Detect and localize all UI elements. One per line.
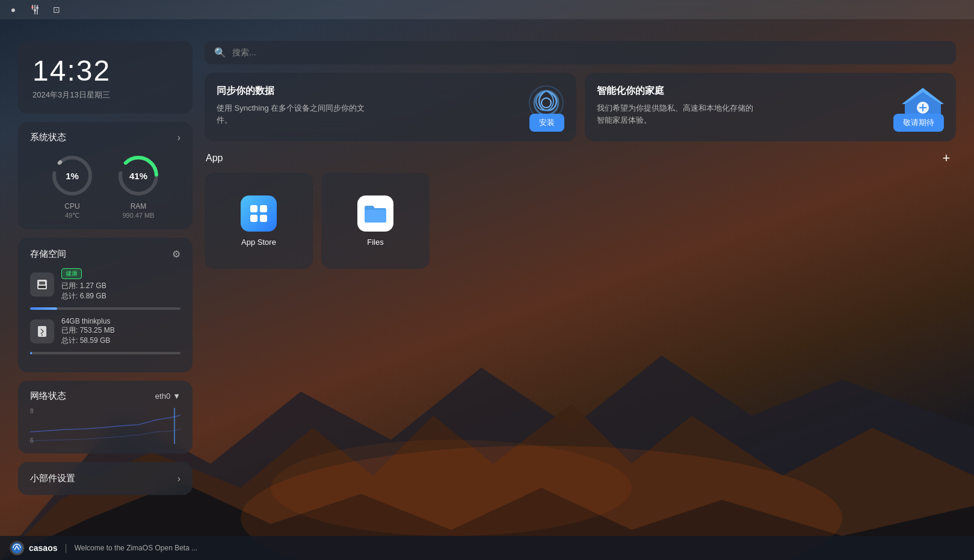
cpu-gauge: 1% CPU 49℃ bbox=[48, 152, 96, 220]
chart-labels: 8 6 bbox=[30, 408, 34, 444]
bottombar-separator: | bbox=[64, 543, 67, 553]
svg-rect-27 bbox=[250, 205, 257, 212]
cpu-temp: 49℃ bbox=[65, 212, 79, 220]
drive-2-info: 64GB thinkplus 已用: 753.25 MB 总计: 58.59 G… bbox=[61, 317, 180, 346]
widget-settings-card[interactable]: 小部件设置 › bbox=[18, 462, 193, 495]
gauges: 1% CPU 49℃ 41% RAM bbox=[30, 152, 180, 220]
ram-circle: 41% bbox=[114, 152, 162, 200]
search-placeholder[interactable]: 搜索... bbox=[232, 48, 256, 58]
smart-desc: 我们希望为你提供隐私、高速和本地化存储的智能家居体验。 bbox=[597, 102, 753, 126]
system-status-card: 系统状态 › 1% CPU 49℃ bbox=[18, 122, 193, 229]
drive-2-total: 总计: 58.59 GB bbox=[61, 336, 180, 346]
logo-text: casaos bbox=[29, 543, 57, 553]
svg-rect-16 bbox=[39, 286, 46, 288]
system-header: 系统状态 › bbox=[30, 132, 180, 143]
drive-1-fill bbox=[30, 307, 57, 310]
cpu-percent: 1% bbox=[66, 171, 79, 181]
drive-1-progress bbox=[30, 307, 180, 310]
drive-2-progress bbox=[30, 352, 180, 354]
drive-1-info: 健康 已用: 1.27 GB 总计: 6.89 GB bbox=[61, 267, 180, 301]
smart-coming-soon-btn[interactable]: 敬请期待 bbox=[893, 114, 944, 132]
svg-rect-30 bbox=[260, 215, 267, 222]
search-bar[interactable]: 🔍 搜索... bbox=[205, 41, 956, 64]
search-icon: 🔍 bbox=[214, 47, 226, 58]
drive-1: 健康 已用: 1.27 GB 总计: 6.89 GB bbox=[30, 267, 180, 301]
system-chevron-icon[interactable]: › bbox=[177, 132, 180, 143]
circle-icon[interactable]: ● bbox=[7, 4, 19, 16]
svg-rect-17 bbox=[39, 282, 45, 285]
logo-circle bbox=[10, 541, 24, 555]
drive-1-total: 总计: 6.89 GB bbox=[61, 291, 180, 301]
add-app-button[interactable]: + bbox=[938, 150, 955, 167]
app-section: App + App Store bbox=[205, 150, 956, 269]
drive-2-fill bbox=[30, 352, 32, 354]
clock-date: 2024年3月13日星期三 bbox=[32, 90, 178, 100]
files-icon bbox=[357, 195, 393, 232]
smart-title: 智能化你的家庭 bbox=[597, 85, 893, 97]
app-section-header: App + bbox=[205, 150, 956, 167]
network-chevron-down-icon: ▼ bbox=[173, 392, 180, 401]
chart-label-6: 6 bbox=[30, 437, 34, 444]
bottombar-message: Welcome to the ZimaOS Open Beta ... bbox=[75, 544, 198, 552]
drive-2-used: 已用: 753.25 MB bbox=[61, 325, 180, 336]
sync-title: 同步你的数据 bbox=[217, 85, 519, 97]
chart-label-8: 8 bbox=[30, 408, 34, 414]
svg-rect-29 bbox=[250, 215, 257, 222]
ram-gauge: 41% RAM 990.47 MB bbox=[114, 152, 162, 220]
drive-icon-2 bbox=[30, 319, 54, 343]
casaos-logo: casaos bbox=[10, 541, 57, 555]
app-section-title: App bbox=[206, 153, 223, 164]
svg-point-19 bbox=[42, 334, 43, 336]
sliders-icon[interactable] bbox=[29, 4, 41, 16]
smart-content: 智能化你的家庭 我们希望为你提供隐私、高速和本地化存储的智能家居体验。 bbox=[597, 85, 893, 126]
drive-2: 64GB thinkplus 已用: 753.25 MB 总计: 58.59 G… bbox=[30, 317, 180, 346]
smart-promo-card: 智能化你的家庭 我们希望为你提供隐私、高速和本地化存储的智能家居体验。 敬请期待 bbox=[585, 73, 957, 141]
sync-desc: 使用 Syncthing 在多个设备之间同步你的文件。 bbox=[217, 102, 373, 126]
gear-icon[interactable]: ⚙ bbox=[172, 248, 180, 260]
app-store-item[interactable]: App Store bbox=[205, 173, 313, 269]
ram-used: 990.47 MB bbox=[122, 212, 154, 219]
drive-2-name: 64GB thinkplus bbox=[61, 317, 180, 325]
ram-percent: 41% bbox=[129, 171, 147, 181]
storage-title: 存储空间 bbox=[30, 248, 66, 260]
left-column: 14:32 2024年3月13日星期三 系统状态 › bbox=[18, 41, 193, 560]
widget-header: 小部件设置 › bbox=[30, 473, 180, 484]
widget-title: 小部件设置 bbox=[30, 473, 75, 484]
svg-point-23 bbox=[541, 98, 551, 108]
network-iface-label: eth0 bbox=[155, 392, 170, 401]
clock-time: 14:32 bbox=[32, 54, 178, 87]
svg-rect-28 bbox=[260, 205, 267, 212]
cpu-circle: 1% bbox=[48, 152, 96, 200]
sync-promo-card: 同步你的数据 使用 Syncthing 在多个设备之间同步你的文件。 安装 bbox=[205, 73, 576, 141]
network-card: 网络状态 eth0 ▼ 8 6 bbox=[18, 381, 193, 454]
clock-card: 14:32 2024年3月13日星期三 bbox=[18, 41, 193, 114]
files-label: Files bbox=[367, 238, 383, 247]
system-title: 系统状态 bbox=[30, 132, 66, 143]
topbar: ● ⊡ bbox=[0, 0, 974, 19]
widget-chevron-icon: › bbox=[177, 473, 180, 484]
app-store-icon bbox=[241, 195, 277, 232]
main-content: 14:32 2024年3月13日星期三 系统状态 › bbox=[0, 19, 974, 560]
drive-1-badge: 健康 bbox=[61, 268, 82, 279]
bottombar: casaos | Welcome to the ZimaOS Open Beta… bbox=[0, 536, 974, 560]
drive-1-used: 已用: 1.27 GB bbox=[61, 281, 180, 291]
sync-content: 同步你的数据 使用 Syncthing 在多个设备之间同步你的文件。 bbox=[217, 85, 519, 126]
network-chart: 8 6 bbox=[30, 408, 180, 444]
drive-icon-1 bbox=[30, 272, 54, 297]
app-grid: App Store Files bbox=[205, 173, 956, 269]
right-column: 🔍 搜索... 同步你的数据 使用 Syncthing 在多个设备之间同步你的文… bbox=[205, 41, 956, 560]
app-store-label: App Store bbox=[241, 238, 276, 247]
network-title: 网络状态 bbox=[30, 390, 66, 402]
storage-header: 存储空间 ⚙ bbox=[30, 248, 180, 260]
sync-install-btn[interactable]: 安装 bbox=[529, 114, 564, 132]
promo-row: 同步你的数据 使用 Syncthing 在多个设备之间同步你的文件。 安装 bbox=[205, 73, 956, 141]
window-icon[interactable]: ⊡ bbox=[51, 4, 63, 16]
network-iface-selector[interactable]: eth0 ▼ bbox=[155, 392, 180, 401]
storage-card: 存储空间 ⚙ 健康 已用: 1.27 GB 总计: 6.89 GB bbox=[18, 238, 193, 372]
files-item[interactable]: Files bbox=[321, 173, 430, 269]
svg-point-22 bbox=[534, 91, 558, 115]
network-header: 网络状态 eth0 ▼ bbox=[30, 390, 180, 402]
